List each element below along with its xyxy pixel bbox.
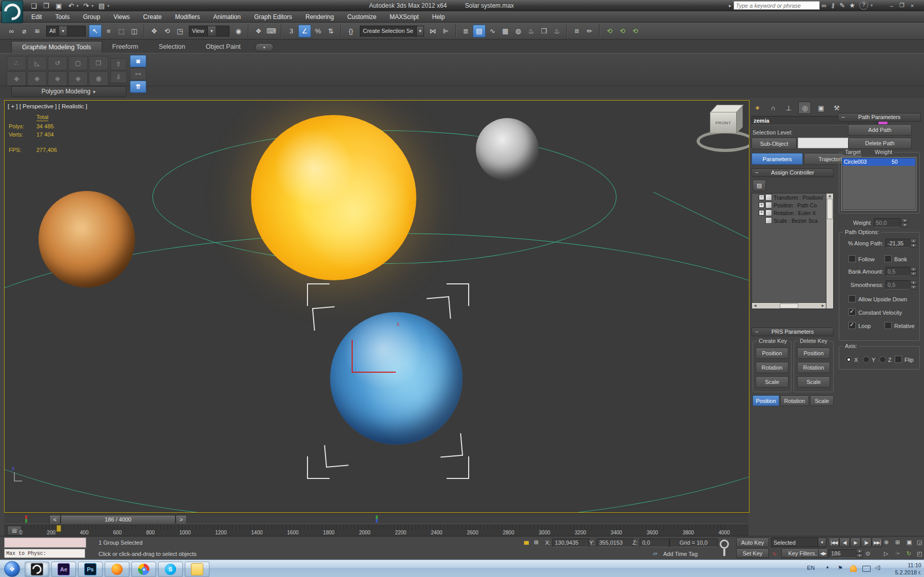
target-list-row-selected[interactable]: Circle003 50: [842, 158, 915, 166]
timeline-ruler[interactable]: ▤ 02004006008001000120014001600180020002…: [4, 524, 748, 536]
communication-center-icon[interactable]: ⚷: [831, 2, 836, 10]
pan-icon[interactable]: ☞: [895, 550, 900, 557]
bank-checkbox[interactable]: Bank: [884, 254, 907, 263]
close-button[interactable]: ×: [907, 2, 917, 9]
y-coord-field[interactable]: 355,0153: [596, 538, 633, 547]
zoom-region-icon[interactable]: ◲: [917, 539, 922, 546]
prs-parameters-rollout[interactable]: −PRS Parameters: [752, 328, 834, 336]
add-time-tag[interactable]: Add Time Tag: [663, 551, 698, 557]
bank-amount-field[interactable]: 0,5: [886, 267, 911, 276]
mirror-icon[interactable]: ⋈: [427, 25, 439, 37]
tab-object-paint[interactable]: Object Paint: [196, 41, 251, 53]
named-selection-sets-icon[interactable]: {}: [345, 25, 357, 37]
ribbon-tool-icon[interactable]: ◈: [68, 71, 88, 86]
polygon-modeling-panel-header[interactable]: Polygon Modeling ▼: [11, 86, 126, 97]
keyframe-marker[interactable]: [376, 515, 378, 523]
select-and-scale-icon[interactable]: ◳: [174, 25, 186, 37]
key-mode-dropdown[interactable]: Selected▾: [771, 537, 826, 547]
assign-controller-button[interactable]: ▨: [753, 180, 766, 191]
gizmo-x-axis[interactable]: [352, 372, 396, 373]
ribbon-tool-icon[interactable]: ◈: [7, 71, 26, 86]
taskbar-app-aftereffects[interactable]: Ae: [51, 562, 76, 577]
controller-tree-row[interactable]: Scale : Bezier Sca: [757, 217, 833, 224]
x-coord-field[interactable]: 130,9435: [552, 538, 589, 547]
viewcube-ring[interactable]: [697, 130, 749, 152]
smoothness-spinner[interactable]: ▴▾: [910, 280, 917, 290]
rendered-frame-window-icon[interactable]: ❒: [538, 25, 550, 37]
save-file-icon[interactable]: ▣: [55, 2, 62, 10]
ribbon-tool-icon[interactable]: ◈: [48, 71, 67, 86]
venus-planet[interactable]: [38, 191, 135, 287]
delete-key-scale-button[interactable]: Scale: [797, 376, 830, 388]
controller-tree-row[interactable]: − Transform : Position/: [757, 194, 833, 201]
ribbon-tool-icon[interactable]: ∴: [7, 56, 26, 70]
taskbar-app-chrome[interactable]: [131, 562, 156, 577]
zoom-icon[interactable]: ⊕: [884, 539, 889, 546]
rectangular-selection-region-icon[interactable]: ⬚: [116, 25, 127, 37]
current-frame-field[interactable]: 186: [829, 549, 858, 558]
ribbon-tool-icon[interactable]: ◉: [89, 71, 108, 86]
redo-icon[interactable]: ↷: [83, 2, 89, 10]
absolute-mode-icon[interactable]: ⊞: [534, 539, 538, 546]
sun[interactable]: [251, 115, 416, 280]
taskbar-app-3dsmax[interactable]: [25, 562, 49, 577]
track-nav-icon-2[interactable]: ⟲: [617, 25, 628, 37]
create-key-scale-button[interactable]: Scale: [756, 376, 788, 388]
hierarchy-panel-icon[interactable]: ⊥: [783, 102, 795, 113]
track-nav-icon-3[interactable]: ⟲: [629, 25, 641, 37]
axis-z-radio[interactable]: Z: [879, 355, 892, 364]
favorites-icon[interactable]: ★: [849, 2, 855, 10]
angle-snap-icon[interactable]: ∠: [298, 25, 311, 37]
select-object-icon[interactable]: ↖: [89, 25, 102, 37]
scroll-left-icon[interactable]: ◄: [753, 303, 757, 308]
along-path-field[interactable]: -21,35: [886, 239, 911, 248]
previous-frame-button[interactable]: ◀|: [839, 537, 850, 547]
menu-item[interactable]: MAXScript: [383, 13, 426, 21]
zoom-extents-icon[interactable]: ▣: [907, 539, 912, 546]
align-icon[interactable]: ⊫: [440, 25, 452, 37]
reference-coordinate-dropdown[interactable]: View▾: [189, 26, 229, 36]
menu-item[interactable]: Tools: [49, 13, 76, 21]
spinner-snap-icon[interactable]: ⇅: [325, 25, 337, 37]
axis-y-radio[interactable]: Y: [863, 355, 875, 364]
menu-item[interactable]: Help: [426, 13, 452, 21]
restore-button[interactable]: ❐: [897, 2, 907, 9]
ribbon-pin-icon[interactable]: ⊶: [130, 68, 146, 80]
next-frame-button[interactable]: |▶: [861, 537, 872, 547]
weight-field[interactable]: 50,0: [874, 218, 900, 227]
expand-icon[interactable]: +: [759, 210, 764, 216]
app-logo-button[interactable]: [2, 1, 23, 23]
loop-checkbox[interactable]: Loop: [849, 321, 871, 330]
bank-amount-spinner[interactable]: ▴▾: [910, 267, 917, 276]
scroll-right-icon[interactable]: ►: [821, 303, 825, 308]
time-tag-icon[interactable]: ▱: [653, 550, 657, 557]
bind-to-space-warp-icon[interactable]: ≋: [31, 25, 43, 37]
menu-item[interactable]: Views: [107, 13, 137, 21]
infocenter-collapse-icon[interactable]: ▸: [729, 2, 732, 10]
axis-x-radio[interactable]: X: [845, 355, 858, 364]
tray-expand-icon[interactable]: ▲: [825, 565, 830, 569]
language-indicator[interactable]: EN: [807, 565, 815, 571]
allow-upside-down-checkbox[interactable]: Allow Upside Down: [849, 294, 907, 303]
render-production-icon[interactable]: ♨: [551, 25, 563, 37]
along-path-spinner[interactable]: ▴▾: [910, 239, 917, 248]
help-icon[interactable]: ?: [859, 1, 868, 10]
ribbon-expand-icon[interactable]: ⇈: [130, 81, 146, 93]
current-frame-marker[interactable]: [56, 525, 61, 532]
tab-graphite-modeling-tools[interactable]: Graphite Modeling Tools: [11, 41, 102, 53]
add-path-button[interactable]: Add Path: [848, 124, 912, 136]
tab-freeform[interactable]: Freeform: [102, 41, 149, 53]
open-file-icon[interactable]: ❐: [43, 2, 49, 10]
target-list[interactable]: Circle003 50: [842, 158, 916, 210]
controller-tree-row[interactable]: + Rotation : Euler X: [757, 209, 833, 217]
constant-velocity-checkbox[interactable]: Constant Velocity: [849, 307, 902, 317]
keyframe-marker[interactable]: [25, 515, 27, 523]
menu-item[interactable]: Animation: [207, 13, 247, 21]
unlink-selection-icon[interactable]: ⌀: [18, 25, 30, 37]
smoothness-field[interactable]: 0,5: [886, 280, 911, 290]
path-parameters-rollout[interactable]: −Path Parameters: [838, 113, 921, 122]
subscription-icon[interactable]: ✎: [839, 2, 845, 10]
assign-controller-rollout[interactable]: −Assign Controller: [752, 168, 834, 177]
create-key-rotation-button[interactable]: Rotation: [756, 362, 788, 373]
sub-object-button[interactable]: Sub-Object: [752, 138, 797, 149]
